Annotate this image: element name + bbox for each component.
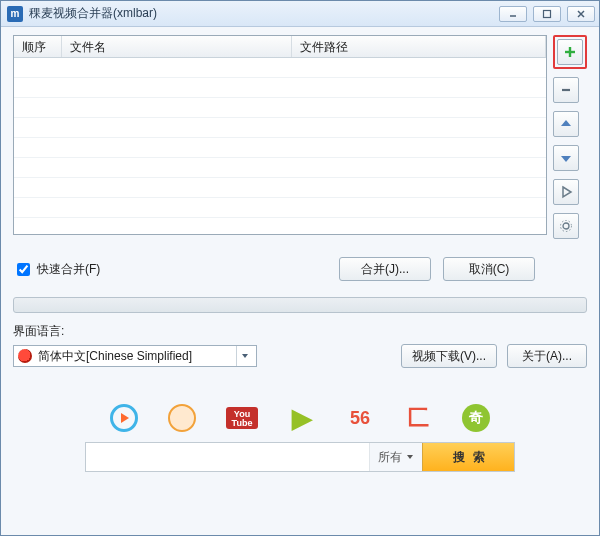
brand-arrow-icon[interactable]: ▶	[288, 404, 316, 432]
col-filepath[interactable]: 文件路径	[292, 36, 546, 57]
fast-merge-input[interactable]	[17, 263, 30, 276]
app-icon: m	[7, 6, 23, 22]
search-bar: 所有 搜索	[85, 442, 515, 472]
window-title: 稞麦视频合并器(xmlbar)	[29, 5, 499, 22]
language-combo[interactable]: 简体中文[Chinese Simplified]	[13, 345, 257, 367]
maximize-button[interactable]	[533, 6, 561, 22]
play-preview-button[interactable]	[553, 179, 579, 205]
add-button-highlight	[553, 35, 587, 69]
language-selected: 简体中文[Chinese Simplified]	[38, 348, 192, 365]
col-order[interactable]: 顺序	[14, 36, 62, 57]
about-button[interactable]: 关于(A)...	[507, 344, 587, 368]
table-row[interactable]	[14, 98, 546, 118]
col-filename[interactable]: 文件名	[62, 36, 292, 57]
table-row[interactable]	[14, 118, 546, 138]
move-up-button[interactable]	[553, 111, 579, 137]
flag-icon	[18, 349, 32, 363]
close-button[interactable]	[567, 6, 595, 22]
language-row: 简体中文[Chinese Simplified] 视频下载(V)... 关于(A…	[13, 344, 587, 368]
brand-play-icon[interactable]	[110, 404, 138, 432]
cancel-button[interactable]: 取消(C)	[443, 257, 535, 281]
table-row[interactable]	[14, 198, 546, 218]
search-filter[interactable]: 所有	[369, 443, 422, 471]
svg-point-8	[561, 221, 572, 232]
settings-button[interactable]	[553, 213, 579, 239]
svg-rect-1	[544, 10, 551, 17]
merge-button[interactable]: 合并(J)...	[339, 257, 431, 281]
minimize-button[interactable]	[499, 6, 527, 22]
fast-merge-checkbox[interactable]: 快速合并(F)	[13, 260, 100, 279]
brand-face-icon[interactable]	[168, 404, 196, 432]
brand-c-icon[interactable]: 匚	[404, 404, 432, 432]
table-row[interactable]	[14, 138, 546, 158]
table-row[interactable]	[14, 78, 546, 98]
file-list-area: 顺序 文件名 文件路径	[13, 35, 587, 239]
app-window: m 稞麦视频合并器(xmlbar) 顺序 文件名 文件路径	[0, 0, 600, 536]
grid-body[interactable]	[14, 58, 546, 234]
table-row[interactable]	[14, 58, 546, 78]
grid-header: 顺序 文件名 文件路径	[14, 36, 546, 58]
merge-controls: 快速合并(F) 合并(J)... 取消(C)	[13, 257, 587, 281]
svg-point-7	[563, 223, 569, 229]
file-grid[interactable]: 顺序 文件名 文件路径	[13, 35, 547, 235]
brand-youtube-icon[interactable]: You Tube	[226, 407, 258, 429]
client-area: 顺序 文件名 文件路径	[1, 27, 599, 535]
language-label: 界面语言:	[13, 323, 587, 340]
promo-area: You Tube ▶ 56 匚 奇 所有 搜索	[13, 404, 587, 472]
search-button[interactable]: 搜索	[422, 443, 514, 471]
video-download-button[interactable]: 视频下载(V)...	[401, 344, 497, 368]
titlebar: m 稞麦视频合并器(xmlbar)	[1, 1, 599, 27]
brand-qiyi-icon[interactable]: 奇	[462, 404, 490, 432]
window-controls	[499, 6, 595, 22]
chevron-down-icon	[406, 453, 414, 461]
brand-row: You Tube ▶ 56 匚 奇	[110, 404, 490, 432]
remove-file-button[interactable]	[553, 77, 579, 103]
move-down-button[interactable]	[553, 145, 579, 171]
fast-merge-label: 快速合并(F)	[37, 261, 100, 278]
search-input[interactable]	[86, 443, 369, 471]
search-filter-label: 所有	[378, 449, 402, 466]
table-row[interactable]	[14, 178, 546, 198]
progress-bar	[13, 297, 587, 313]
chevron-down-icon	[236, 346, 252, 366]
brand-56-icon[interactable]: 56	[346, 404, 374, 432]
add-file-button[interactable]	[557, 39, 583, 65]
side-toolbar	[553, 35, 587, 239]
table-row[interactable]	[14, 158, 546, 178]
